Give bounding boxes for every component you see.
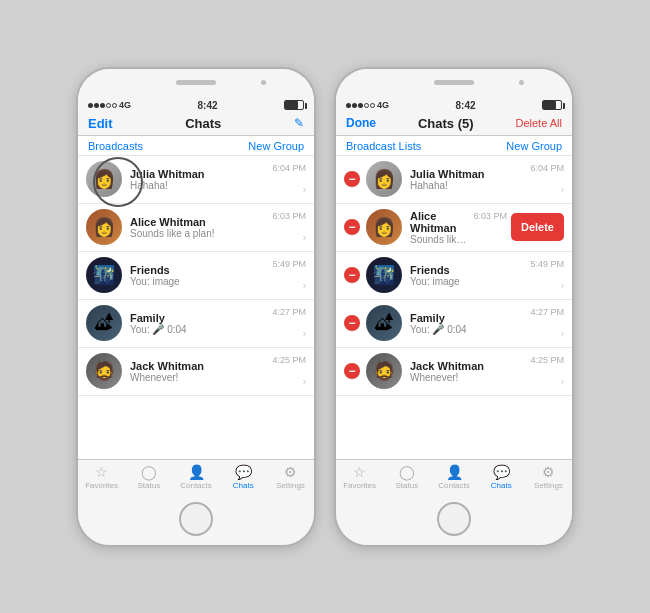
camera (261, 80, 266, 85)
chat-msg-family2: You: 🎤 0:04 (410, 324, 526, 335)
battery-fill (285, 101, 298, 109)
new-group-link[interactable]: New Group (248, 140, 304, 152)
favorites-icon2: ☆ (353, 464, 366, 480)
status-icon: ◯ (141, 464, 157, 480)
chat-name-julia: Julia Whitman (130, 168, 268, 180)
chevron-julia: › (303, 184, 306, 195)
settings-icon: ⚙ (284, 464, 297, 480)
tab-settings-label: Settings (276, 481, 305, 490)
tab-contacts[interactable]: 👤 Contacts (172, 460, 219, 493)
broadcast-lists-link[interactable]: Broadcast Lists (346, 140, 421, 152)
dot1 (88, 103, 93, 108)
new-group-link2[interactable]: New Group (506, 140, 562, 152)
network-label2: 4G (377, 100, 389, 110)
broadcasts-link[interactable]: Broadcasts (88, 140, 143, 152)
signal-dots (88, 103, 117, 108)
chats-icon: 💬 (235, 464, 252, 480)
phone1-screen: 4G 8:42 Edit Chats ✎ Broadcasts New Grou… (78, 97, 314, 493)
chat-item-alice2[interactable]: − 👩 Alice Whitman Sounds like a plan! 6:… (336, 204, 572, 252)
chat-item-friends[interactable]: 🌃 Friends You: image 5:49 PM › (78, 252, 314, 300)
chat-name-alice: Alice Whitman (130, 216, 268, 228)
chat-content-julia: Julia Whitman Hahaha! (130, 168, 268, 191)
alice2-avatar-img: 👩 (373, 218, 395, 236)
tab-status[interactable]: ◯ Status (125, 460, 172, 493)
phone2-subheader: Broadcast Lists New Group (336, 136, 572, 156)
jack-avatar-img: 🧔 (93, 362, 115, 380)
dot4 (106, 103, 111, 108)
chat-right-jack2: 4:25 PM › (526, 355, 564, 387)
chat-right-alice2: 6:03 PM (469, 211, 507, 243)
phone1-navbar: Edit Chats ✎ (78, 112, 314, 136)
tab-favorites-label: Favorites (85, 481, 118, 490)
delete-button[interactable]: Delete (511, 213, 564, 241)
chat-item-jack[interactable]: 🧔 Jack Whitman Whenever! 4:25 PM › (78, 348, 314, 396)
minus-family[interactable]: − (344, 315, 360, 331)
status-right (284, 100, 304, 110)
tab2-contacts[interactable]: 👤 Contacts (430, 460, 477, 493)
phone2-screen: 4G 8:42 Done Chats (5) Delete All Broadc… (336, 97, 572, 493)
edit-button[interactable]: Edit (88, 116, 113, 131)
chat-right-family: 4:27 PM › (268, 307, 306, 339)
tab2-chats[interactable]: 💬 Chats (478, 460, 525, 493)
chat-item-julia2[interactable]: − 👩 Julia Whitman Hahaha! 6:04 PM › (336, 156, 572, 204)
home-button[interactable] (179, 502, 213, 536)
chat-name-friends2: Friends (410, 264, 526, 276)
tab-favorites[interactable]: ☆ Favorites (78, 460, 125, 493)
tab-contacts-label: Contacts (180, 481, 212, 490)
phone2: 4G 8:42 Done Chats (5) Delete All Broadc… (334, 67, 574, 547)
tab-chats-label: Chats (233, 481, 254, 490)
battery (284, 100, 304, 110)
tab2-settings-label: Settings (534, 481, 563, 490)
chat-name-family: Family (130, 312, 268, 324)
chat-msg-alice2: Sounds like a plan! (410, 234, 469, 245)
tab2-settings[interactable]: ⚙ Settings (525, 460, 572, 493)
tab2-chats-label: Chats (491, 481, 512, 490)
tab-status-label: Status (137, 481, 160, 490)
chat-item-jack2[interactable]: − 🧔 Jack Whitman Whenever! 4:25 PM › (336, 348, 572, 396)
done-button[interactable]: Done (346, 116, 376, 130)
chat-msg-friends: You: image (130, 276, 268, 287)
home-button2[interactable] (437, 502, 471, 536)
minus-jack[interactable]: − (344, 363, 360, 379)
avatar-family2: 🏕 (366, 305, 402, 341)
chevron-jack: › (303, 376, 306, 387)
delete-all-button[interactable]: Delete All (516, 117, 562, 129)
chat-right-alice: 6:03 PM › (268, 211, 306, 243)
tab-chats[interactable]: 💬 Chats (220, 460, 267, 493)
chat-content-jack2: Jack Whitman Whenever! (410, 360, 526, 383)
chat-item-friends2[interactable]: − 🌃 Friends You: image 5:49 PM › (336, 252, 572, 300)
chat-time-alice2: 6:03 PM (473, 211, 507, 221)
avatar-family: 🏕 (86, 305, 122, 341)
tab-settings[interactable]: ⚙ Settings (267, 460, 314, 493)
tab2-status[interactable]: ◯ Status (383, 460, 430, 493)
dot2-5 (370, 103, 375, 108)
phones-container: 4G 8:42 Edit Chats ✎ Broadcasts New Grou… (76, 67, 574, 547)
avatar-alice: 👩 (86, 209, 122, 245)
chat-item-family2[interactable]: − 🏕 Family You: 🎤 0:04 4:27 PM › (336, 300, 572, 348)
alice-avatar-img: 👩 (93, 218, 115, 236)
compose-icon[interactable]: ✎ (294, 116, 304, 130)
phone2-tabbar: ☆ Favorites ◯ Status 👤 Contacts 💬 Chats … (336, 459, 572, 493)
nav-title: Chats (185, 116, 221, 131)
tab2-favorites[interactable]: ☆ Favorites (336, 460, 383, 493)
chat-item-family[interactable]: 🏕 Family You: 🎤 0:04 4:27 PM › (78, 300, 314, 348)
speaker (176, 80, 216, 85)
speaker2 (434, 80, 474, 85)
minus-friends[interactable]: − (344, 267, 360, 283)
dot2-4 (364, 103, 369, 108)
chat-content-jack: Jack Whitman Whenever! (130, 360, 268, 383)
settings-icon2: ⚙ (542, 464, 555, 480)
dot2 (94, 103, 99, 108)
status-left2: 4G (346, 100, 389, 110)
chat-msg-jack: Whenever! (130, 372, 268, 383)
chat-item-alice[interactable]: 👩 Alice Whitman Sounds like a plan! 6:03… (78, 204, 314, 252)
chat-time-julia: 6:04 PM (272, 163, 306, 173)
chat-name-julia2: Julia Whitman (410, 168, 526, 180)
minus-julia[interactable]: − (344, 171, 360, 187)
chat-time-alice: 6:03 PM (272, 211, 306, 221)
dot2-3 (358, 103, 363, 108)
status-time: 8:42 (198, 100, 218, 111)
julia2-avatar-img: 👩 (373, 170, 395, 188)
minus-alice[interactable]: − (344, 219, 360, 235)
chevron-jack2: › (561, 376, 564, 387)
